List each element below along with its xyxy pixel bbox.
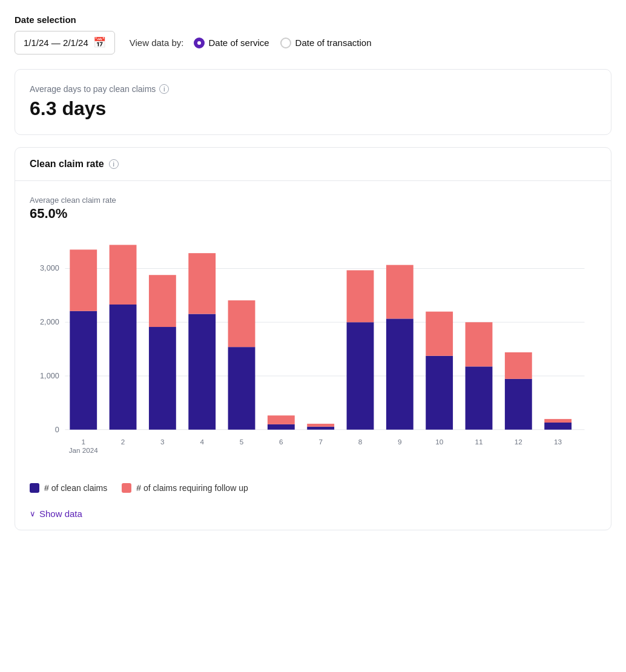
date-selection-section: Date selection 1/1/24 — 2/1/24 📅 View da… [15,15,611,54]
date-range-button[interactable]: 1/1/24 — 2/1/24 📅 [15,31,115,54]
bar-8-clean [347,322,374,429]
bar-13-clean [544,423,572,430]
bar-8-followup [347,270,374,322]
svg-text:5: 5 [240,438,244,446]
svg-text:3,000: 3,000 [40,264,59,272]
svg-text:8: 8 [358,438,363,446]
bar-11-clean [466,366,493,429]
svg-text:4: 4 [200,438,204,446]
svg-text:3: 3 [160,438,165,446]
svg-text:10: 10 [435,438,443,446]
svg-text:13: 13 [554,438,562,446]
radio-label-service: Date of service [209,38,269,48]
svg-text:1: 1 [81,438,85,446]
radio-option-service[interactable]: Date of service [194,38,269,48]
bar-5-followup [228,300,255,347]
bar-4-followup [188,253,216,314]
avg-rate-value: 65.0% [30,206,596,222]
clean-claim-header: Clean claim rate i [15,148,611,181]
svg-text:7: 7 [318,438,323,446]
clean-claim-info-icon[interactable]: i [109,159,119,169]
avg-rate-label: Average clean claim rate [30,196,596,205]
svg-text:2: 2 [121,438,125,446]
bar-2-followup [110,245,137,305]
bar-11-followup [466,322,493,366]
avg-days-info-icon[interactable]: i [159,84,169,94]
svg-text:1,000: 1,000 [40,372,59,380]
bar-6-followup [268,415,295,424]
view-data-by-label: View data by: [130,38,184,48]
radio-dot-service [194,38,205,48]
avg-days-value: 6.3 days [30,97,596,120]
bar-5-clean [228,347,255,430]
legend-label-followup: # of claims requiring follow up [136,483,248,493]
svg-text:11: 11 [475,438,483,446]
avg-days-card: Average days to pay clean claims i 6.3 d… [15,69,611,135]
show-data-button[interactable]: ∨ Show data [15,502,97,530]
chevron-down-icon: ∨ [30,509,36,518]
svg-text:2,000: 2,000 [40,318,59,326]
bar-13-followup [544,419,572,423]
bar-10-followup [426,312,453,356]
bar-3-clean [149,327,176,430]
radio-label-transaction: Date of transaction [295,38,372,48]
bar-7-followup [307,424,334,427]
svg-text:0: 0 [55,426,59,434]
chart-legend: # of clean claims # of claims requiring … [15,473,611,502]
radio-option-transaction[interactable]: Date of transaction [280,38,372,48]
bar-12-clean [505,379,532,430]
bar-10-clean [426,356,453,430]
svg-text:Jan 2024: Jan 2024 [69,446,99,454]
bar-7-clean [307,427,334,430]
radio-dot-transaction [280,38,291,48]
bar-12-followup [505,352,532,379]
bar-6-clean [268,424,295,430]
bar-2-clean [110,305,137,430]
date-selection-title: Date selection [15,15,611,25]
radio-group: Date of service Date of transaction [194,38,372,48]
bar-9-clean [386,318,413,429]
avg-days-label: Average days to pay clean claims i [30,84,596,94]
chart-area: Average clean claim rate 65.0% 3,000 2,0… [15,181,611,473]
date-range-text: 1/1/24 — 2/1/24 [24,38,88,48]
svg-text:12: 12 [515,438,522,446]
calendar-icon: 📅 [93,36,106,49]
show-data-label: Show data [39,509,82,519]
bar-3-followup [149,275,176,327]
legend-label-clean: # of clean claims [44,483,107,493]
bar-9-followup [386,265,413,319]
legend-followup: # of claims requiring follow up [122,483,248,493]
bar-4-clean [188,314,216,430]
clean-claim-card: Clean claim rate i Average clean claim r… [15,147,611,530]
bar-1-clean [70,311,97,430]
chart-container: 3,000 2,000 1,000 0 1 Jan 2024 2 [30,236,596,466]
clean-claim-title: Clean claim rate [30,159,104,170]
svg-text:6: 6 [279,438,283,446]
legend-box-followup [122,483,131,493]
bar-chart: 3,000 2,000 1,000 0 1 Jan 2024 2 [30,236,596,466]
bar-1-followup [70,249,97,311]
legend-clean-claims: # of clean claims [30,483,107,493]
legend-box-clean [30,483,39,493]
svg-text:9: 9 [398,438,402,446]
controls-row: 1/1/24 — 2/1/24 📅 View data by: Date of … [15,31,611,54]
